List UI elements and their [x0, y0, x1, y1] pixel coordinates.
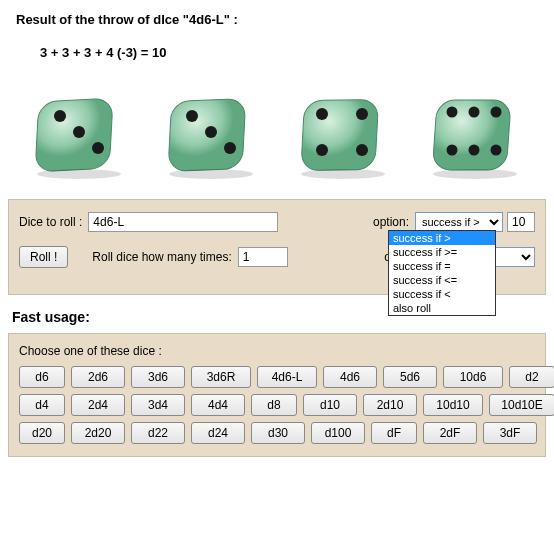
svg-point-8 — [224, 142, 236, 154]
quick-dice-button[interactable]: 4d6-L — [257, 366, 317, 388]
svg-point-15 — [301, 169, 385, 179]
dropdown-item[interactable]: success if <= — [389, 273, 495, 287]
quick-dice-button[interactable]: dF — [371, 422, 417, 444]
die-icon — [420, 88, 530, 183]
quick-dice-button[interactable]: 10d10 — [423, 394, 483, 416]
svg-rect-10 — [301, 99, 379, 170]
quick-dice-button[interactable]: d22 — [131, 422, 185, 444]
option-label: option: — [373, 215, 409, 229]
quick-dice-button[interactable]: 2dF — [423, 422, 477, 444]
quick-dice-button[interactable]: d100 — [311, 422, 365, 444]
quick-dice-button[interactable]: d30 — [251, 422, 305, 444]
quick-dice-button[interactable]: 3d6 — [131, 366, 185, 388]
dropdown-item[interactable]: success if < — [389, 287, 495, 301]
dice-to-roll-input[interactable] — [88, 212, 278, 232]
svg-point-21 — [469, 145, 480, 156]
svg-point-17 — [447, 107, 458, 118]
result-area: Result of the throw of dIce "4d6-L" : 3 … — [8, 8, 546, 88]
quick-dice-button[interactable]: 10d10E — [489, 394, 554, 416]
dropdown-item[interactable]: also roll — [389, 301, 495, 315]
quick-row: d6 2d6 3d6 3d6R 4d6-L 4d6 5d6 10d6 d2 — [19, 366, 535, 388]
option-dropdown-open: success if > success if >= success if = … — [388, 230, 496, 316]
quick-dice-button[interactable]: 3d4 — [131, 394, 185, 416]
quick-dice-button[interactable]: 2d6 — [71, 366, 125, 388]
quick-dice-button[interactable]: 10d6 — [443, 366, 503, 388]
quick-dice-button[interactable]: 3dF — [483, 422, 537, 444]
roll-button[interactable]: Roll ! — [19, 246, 68, 268]
svg-point-1 — [54, 110, 66, 122]
result-calculation: 3 + 3 + 3 + 4 (-3) = 10 — [40, 45, 538, 60]
svg-point-6 — [186, 110, 198, 122]
dice-images-row — [8, 88, 546, 195]
svg-point-2 — [73, 126, 85, 138]
svg-point-14 — [356, 144, 368, 156]
quick-dice-button[interactable]: d8 — [251, 394, 297, 416]
dropdown-item[interactable]: success if > — [389, 231, 495, 245]
svg-point-3 — [92, 142, 104, 154]
die-icon — [156, 88, 266, 183]
option-select[interactable]: success if > — [415, 212, 503, 232]
fast-usage-panel: Choose one of these dice : d6 2d6 3d6 3d… — [8, 333, 546, 457]
quick-dice-button[interactable]: d10 — [303, 394, 357, 416]
svg-point-11 — [316, 108, 328, 120]
times-label: Roll dice how many times: — [92, 250, 231, 264]
svg-point-12 — [356, 108, 368, 120]
controls-panel: Dice to roll : option: success if > Roll… — [8, 199, 546, 295]
quick-row: d20 2d20 d22 d24 d30 d100 dF 2dF 3dF — [19, 422, 535, 444]
result-title: Result of the throw of dIce "4d6-L" : — [16, 12, 538, 27]
option-value-input[interactable] — [507, 212, 535, 232]
quick-dice-button[interactable]: 2d4 — [71, 394, 125, 416]
quick-dice-button[interactable]: d6 — [19, 366, 65, 388]
quick-dice-button[interactable]: d20 — [19, 422, 65, 444]
quick-dice-button[interactable]: 5d6 — [383, 366, 437, 388]
svg-point-13 — [316, 144, 328, 156]
quick-row: d4 2d4 3d4 4d4 d8 d10 2d10 10d10 10d10E — [19, 394, 535, 416]
quick-dice-button[interactable]: 3d6R — [191, 366, 251, 388]
svg-point-7 — [205, 126, 217, 138]
dice-to-roll-label: Dice to roll : — [19, 215, 82, 229]
svg-point-19 — [491, 107, 502, 118]
die-icon — [24, 88, 134, 183]
dropdown-item[interactable]: success if = — [389, 259, 495, 273]
choose-dice-label: Choose one of these dice : — [19, 344, 535, 358]
quick-dice-button[interactable]: 4d4 — [191, 394, 245, 416]
svg-point-9 — [169, 169, 253, 179]
quick-dice-button[interactable]: 2d20 — [71, 422, 125, 444]
times-input[interactable] — [238, 247, 288, 267]
svg-point-23 — [433, 169, 517, 179]
quick-dice-button[interactable]: 2d10 — [363, 394, 417, 416]
die-icon — [288, 88, 398, 183]
dropdown-item[interactable]: success if >= — [389, 245, 495, 259]
quick-dice-button[interactable]: 4d6 — [323, 366, 377, 388]
quick-dice-button[interactable]: d24 — [191, 422, 245, 444]
svg-point-20 — [447, 145, 458, 156]
svg-point-4 — [37, 169, 121, 179]
quick-dice-button[interactable]: d4 — [19, 394, 65, 416]
quick-dice-button[interactable]: d2 — [509, 366, 554, 388]
svg-point-22 — [491, 145, 502, 156]
svg-point-18 — [469, 107, 480, 118]
